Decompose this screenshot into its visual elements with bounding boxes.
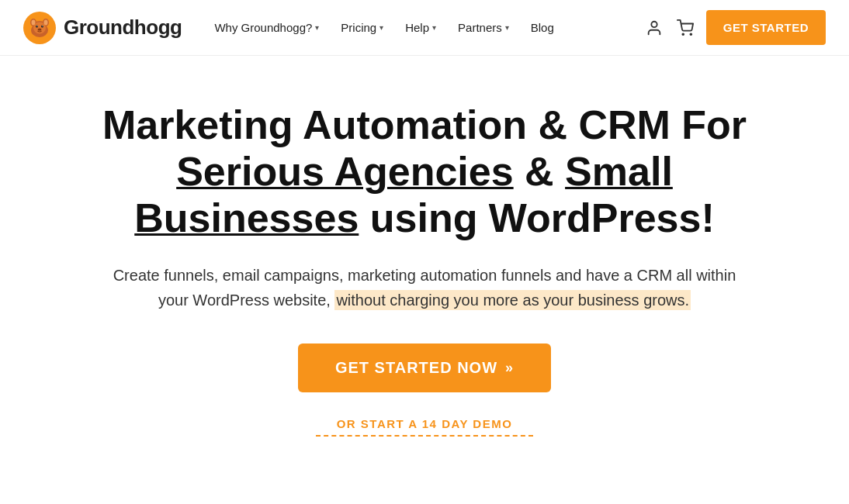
- arrows-icon: »: [505, 360, 514, 376]
- nav-pricing[interactable]: Pricing ▾: [331, 15, 393, 40]
- svg-point-14: [682, 33, 684, 35]
- logo[interactable]: Groundhogg: [23, 12, 182, 44]
- nav-blog[interactable]: Blog: [522, 15, 563, 40]
- nav-partners[interactable]: Partners ▾: [449, 15, 518, 40]
- svg-point-11: [42, 26, 43, 26]
- get-started-nav-button[interactable]: GET STARTED: [706, 10, 826, 45]
- chevron-down-icon: ▾: [315, 23, 319, 32]
- hero-subtitle: Create funnels, email campaigns, marketi…: [106, 263, 743, 312]
- navbar: Groundhogg Why Groundhogg? ▾ Pricing ▾ H…: [0, 0, 849, 56]
- chevron-down-icon: ▾: [379, 23, 383, 32]
- hero-cta-button[interactable]: GET STARTED NOW »: [298, 343, 551, 392]
- chevron-down-icon: ▾: [432, 23, 436, 32]
- nav-links: Why Groundhogg? ▾ Pricing ▾ Help ▾ Partn…: [205, 15, 645, 40]
- logo-icon: [23, 12, 56, 44]
- account-icon[interactable]: [646, 19, 663, 36]
- brand-name: Groundhogg: [64, 16, 182, 40]
- svg-point-10: [36, 26, 37, 26]
- demo-dashed-underline: [316, 435, 533, 437]
- nav-why[interactable]: Why Groundhogg? ▾: [205, 15, 328, 40]
- svg-point-15: [690, 33, 691, 35]
- svg-point-12: [38, 28, 42, 30]
- cart-icon[interactable]: [677, 19, 694, 36]
- hero-title: Marketing Automation & CRM For Serious A…: [75, 102, 774, 241]
- nav-help[interactable]: Help ▾: [396, 15, 445, 40]
- svg-point-9: [41, 25, 43, 27]
- hero-section: Marketing Automation & CRM For Serious A…: [0, 56, 849, 475]
- svg-point-13: [651, 21, 657, 26]
- svg-point-8: [36, 25, 38, 27]
- nav-icon-group: [646, 19, 694, 36]
- demo-link[interactable]: OR START A 14 DAY DEMO: [316, 417, 533, 437]
- chevron-down-icon: ▾: [505, 23, 509, 32]
